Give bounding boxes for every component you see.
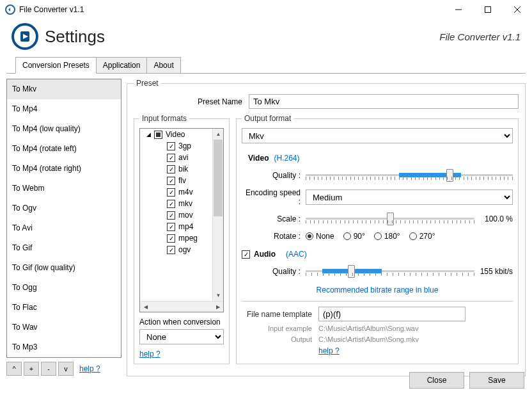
move-down-button[interactable]: v (58, 362, 74, 376)
remove-preset-button[interactable]: - (41, 362, 56, 376)
video-codec-label: (H.264) (274, 154, 299, 163)
collapse-arrow-icon[interactable]: ◢ (146, 131, 153, 138)
tree-item[interactable]: ✓mkv (140, 198, 212, 209)
format-checkbox[interactable]: ✓ (167, 246, 175, 254)
header: Settings File Converter v1.1 (0, 19, 532, 56)
video-section-label: Video (248, 154, 269, 163)
audio-quality-slider[interactable] (306, 264, 474, 279)
input-formats-legend: Input formats (139, 114, 189, 123)
input-formats-help-link[interactable]: help ? (139, 350, 160, 359)
audio-quality-label: Quality : (242, 267, 306, 276)
format-checkbox[interactable]: ✓ (167, 142, 175, 150)
audio-enable-checkbox[interactable]: ✓ (242, 250, 250, 259)
output-format-legend: Output format (242, 114, 293, 123)
output-format-select[interactable]: Mkv (242, 128, 513, 143)
radio-circle-icon[interactable] (374, 232, 382, 240)
preset-name-input[interactable] (249, 94, 519, 109)
preset-item[interactable]: To Mp3 (7, 337, 121, 357)
preset-list[interactable]: To MkvTo Mp4To Mp4 (low quality)To Mp4 (… (6, 79, 121, 358)
format-checkbox[interactable]: ✓ (167, 154, 175, 162)
tree-scrollbar-vertical[interactable]: ▲ ▼ (212, 129, 223, 301)
tree-item[interactable]: ✓flv (140, 175, 212, 186)
preset-item[interactable]: To Mp4 (rotate right) (7, 159, 121, 179)
format-checkbox[interactable]: ✓ (167, 177, 175, 185)
radio-circle-icon[interactable] (306, 232, 313, 240)
format-checkbox[interactable]: ✓ (167, 234, 175, 243)
action-when-conversion-select[interactable]: None (139, 329, 224, 344)
rotate-radio-group: None90°180°270° (306, 232, 435, 241)
preset-item[interactable]: To Ogv (7, 198, 121, 218)
window-title: File Converter v1.1 (19, 5, 84, 14)
scroll-thumb[interactable] (214, 140, 223, 216)
page-title: Settings (45, 27, 105, 47)
add-preset-button[interactable]: + (24, 362, 39, 376)
audio-section-label: Audio (254, 250, 276, 259)
tree-item[interactable]: ✓3gp (140, 140, 212, 152)
filename-help-link[interactable]: help ? (318, 346, 340, 355)
preset-item[interactable]: To Flac (7, 298, 121, 318)
tree-item[interactable]: ✓mpeg (140, 232, 212, 244)
preset-item[interactable]: To Mp4 (rotate left) (7, 139, 121, 159)
tree-item[interactable]: ✓avi (140, 152, 212, 163)
close-button[interactable]: Close (409, 372, 464, 389)
preset-item[interactable]: To Gif (7, 238, 121, 258)
app-logo-icon (12, 23, 38, 50)
tab-conversion-presets[interactable]: Conversion Presets (15, 57, 97, 74)
maximize-button[interactable] (473, 0, 503, 19)
filename-template-input[interactable] (318, 307, 465, 321)
scale-value: 100.0 % (474, 214, 513, 223)
move-up-button[interactable]: ^ (6, 362, 22, 376)
rotate-radio[interactable]: 90° (343, 232, 365, 241)
presets-help-link[interactable]: help ? (79, 364, 100, 373)
action-when-conversion-label: Action when conversion (139, 318, 224, 326)
preset-item[interactable]: To Mkv (7, 79, 121, 99)
rotate-radio[interactable]: 180° (374, 232, 400, 241)
close-window-button[interactable] (503, 0, 532, 19)
preset-item[interactable]: To Avi (7, 218, 121, 238)
bitrate-note: Recommended bitrate range in blue (242, 286, 513, 294)
group-checkbox[interactable] (154, 131, 162, 139)
tree-item[interactable]: ✓bik (140, 163, 212, 175)
audio-quality-value: 155 kbit/s (474, 267, 513, 276)
tab-application[interactable]: Application (97, 57, 148, 74)
preset-item[interactable]: To Mp4 (7, 99, 121, 119)
format-checkbox[interactable]: ✓ (167, 200, 175, 208)
preset-item[interactable]: To Gif (low quality) (7, 258, 121, 278)
format-checkbox[interactable]: ✓ (167, 188, 175, 197)
input-example-label: Input example (242, 325, 318, 332)
radio-circle-icon[interactable] (409, 232, 417, 240)
radio-circle-icon[interactable] (343, 232, 351, 240)
tabs: Conversion Presets Application About (6, 56, 526, 74)
format-checkbox[interactable]: ✓ (167, 223, 175, 231)
version-label: File Converter v1.1 (439, 31, 520, 42)
preset-item[interactable]: To Mp4 (low quality) (7, 119, 121, 139)
preset-legend: Preset (134, 79, 161, 88)
save-button[interactable]: Save (469, 372, 524, 389)
format-checkbox[interactable]: ✓ (167, 165, 175, 173)
tree-item[interactable]: ✓ogv (140, 244, 212, 255)
input-example-value: C:\Music\Artist\Album\Song.wav (318, 325, 419, 332)
tree-item[interactable]: ✓mp4 (140, 221, 212, 232)
video-quality-label: Quality : (242, 171, 306, 180)
video-quality-slider[interactable] (306, 168, 513, 183)
svg-rect-2 (485, 6, 491, 12)
format-checkbox[interactable]: ✓ (167, 211, 175, 220)
scale-slider[interactable] (306, 211, 474, 227)
rotate-label: Rotate : (242, 232, 306, 241)
preset-item[interactable]: To Ogg (7, 278, 121, 298)
minimize-button[interactable] (444, 0, 473, 19)
rotate-radio[interactable]: None (306, 232, 334, 241)
tree-item[interactable]: ✓mov (140, 209, 212, 221)
tree-scrollbar-horizontal[interactable]: ◀ ▶ (140, 301, 223, 312)
output-example-value: C:\Music\Artist\Album\Song.mkv (318, 335, 419, 343)
preset-item[interactable]: To Wav (7, 318, 121, 337)
encoding-speed-label: Encoding speed : (242, 188, 306, 206)
audio-codec-label: (AAC) (286, 250, 307, 259)
input-formats-tree[interactable]: ◢Video✓3gp✓avi✓bik✓flv✓m4v✓mkv✓mov✓mp4✓m… (139, 128, 224, 312)
rotate-radio[interactable]: 270° (409, 232, 435, 241)
tree-item[interactable]: ✓m4v (140, 186, 212, 198)
tree-group[interactable]: ◢Video (140, 129, 212, 140)
tab-about[interactable]: About (147, 57, 180, 74)
encoding-speed-select[interactable]: Medium (306, 189, 513, 205)
preset-item[interactable]: To Webm (7, 179, 121, 198)
